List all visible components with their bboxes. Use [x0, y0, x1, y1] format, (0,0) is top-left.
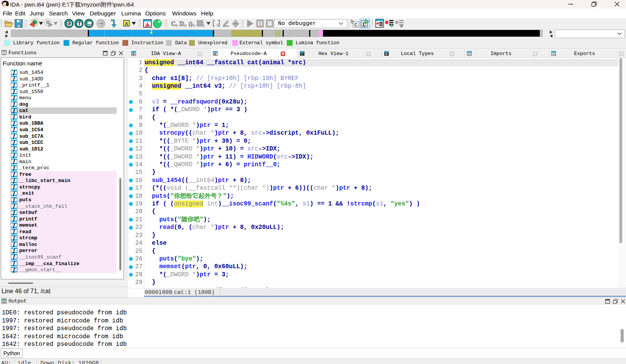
svg-text:T: T: [78, 21, 81, 27]
svg-text:010: 010: [87, 23, 92, 26]
svg-text:D: D: [179, 20, 184, 27]
svg-text:A: A: [125, 21, 128, 27]
svg-text:{}: {}: [188, 21, 193, 27]
svg-text:C: C: [171, 20, 176, 27]
svg-text:C: C: [355, 22, 358, 28]
svg-text:#: #: [68, 20, 71, 27]
